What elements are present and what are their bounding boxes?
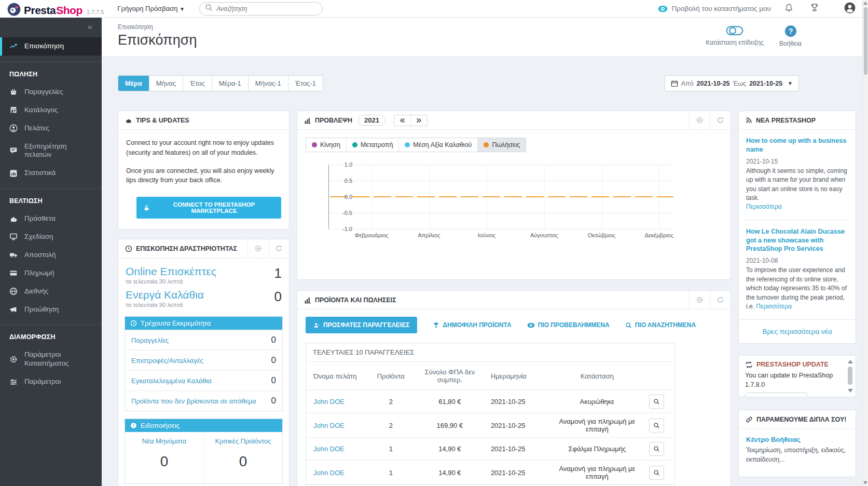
sidebar-item-payment[interactable]: Πληρωμή	[0, 264, 102, 282]
new-messages-link[interactable]: Νέα Μηνύματα	[127, 437, 201, 445]
sidebar-item-stats[interactable]: Στατιστικά	[0, 164, 102, 182]
order-date: 2021-10-25	[487, 390, 549, 413]
legend-cart-value[interactable]: Μέση Αξία Καλαθιού	[398, 138, 477, 152]
notifications-box: ! Ειδοποιήσεις Νέα Μηνύματα 0 Κριτικές Π…	[125, 419, 283, 484]
quick-access-dropdown[interactable]: Γρήγορη Πρόσβαση ▼	[117, 5, 185, 12]
sidebar-item-label: Πληρωμή	[24, 269, 54, 278]
help-button[interactable]: ? Βοήθεια	[779, 25, 802, 47]
sidebar-item-catalog[interactable]: Κατάλογος	[0, 101, 102, 119]
sidebar-item-marketing[interactable]: Προώθηση	[0, 301, 102, 319]
help-center-link[interactable]: Κέντρο Βοήθειας	[746, 436, 848, 443]
sidebar-item-design[interactable]: Σχεδίαση	[0, 228, 102, 246]
sidebar-item-label: Παραγγελίες	[24, 88, 63, 97]
order-details-button[interactable]	[649, 395, 664, 409]
news-article-link[interactable]: How to come up with a business name	[746, 137, 848, 154]
customer-link[interactable]: John DOE	[313, 445, 345, 453]
legend-traffic[interactable]: Κίνηση	[306, 138, 346, 152]
settings-gear-icon[interactable]	[247, 239, 268, 258]
sidebar-item-customer-service[interactable]: Εξυπηρέτηση πελατών	[0, 138, 102, 165]
customer-link[interactable]: John DOE	[313, 469, 345, 477]
scroll-down-arrow[interactable]	[863, 481, 867, 484]
read-more-link[interactable]: Περισσότερα	[746, 203, 782, 210]
view-shop-link[interactable]: Προβολή του καταστήματος μου	[658, 5, 771, 12]
range-button-day[interactable]: Μέρα	[118, 76, 149, 91]
settings-gear-icon[interactable]	[689, 111, 710, 129]
clock-icon	[125, 245, 132, 252]
sidebar-item-orders[interactable]: Παραγγελίες	[0, 83, 102, 101]
range-button-month-1[interactable]: Μήνας-1	[248, 76, 288, 91]
tab-most-searched[interactable]: ΠΙΟ ΑΝΑΖΗΤΗΜΕΝΑ	[625, 321, 696, 329]
user-avatar[interactable]	[844, 2, 856, 16]
forecast-year-badge: 2021	[358, 115, 385, 126]
order-details-button[interactable]	[649, 419, 664, 433]
globe-icon	[9, 287, 18, 295]
pending-link[interactable]: Παραγγελίες	[131, 336, 169, 344]
sidebar-item-shop-parameters[interactable]: Παράμετροι Καταστήματος	[0, 346, 88, 373]
more-news-link[interactable]: Βρες περισσότερα νέα	[762, 328, 832, 335]
range-button-month[interactable]: Μήνας	[149, 76, 183, 91]
refresh-icon[interactable]	[710, 111, 731, 129]
customer-link[interactable]: John DOE	[313, 398, 345, 406]
order-row: John DOE 1 14,90 € 2021-10-25 Σφάλμα Πλη…	[306, 438, 674, 461]
order-status: Αναμονή για πληρωμή με επιταγή	[549, 461, 645, 485]
sidebar-item-modules[interactable]: Πρόσθετα	[0, 210, 102, 228]
search-box[interactable]	[199, 2, 323, 16]
refresh-icon[interactable]	[268, 239, 289, 258]
sidebar-item-label: Πελάτες	[24, 124, 49, 133]
sidebar-collapse-button[interactable]: «	[0, 18, 102, 37]
settings-gear-icon[interactable]	[689, 291, 710, 309]
sidebar-item-customers[interactable]: Πελάτες	[0, 119, 102, 138]
scroll-up-arrow[interactable]	[848, 360, 853, 363]
read-more-link[interactable]: Περισσότερα	[756, 303, 792, 310]
sidebar-item-shipping[interactable]: Αποστολή	[0, 246, 102, 264]
order-details-button[interactable]	[649, 442, 664, 456]
online-visitors-link[interactable]: Online Επισκέπτες	[126, 265, 216, 278]
date-range-picker[interactable]: Από 2021-10-25 Έως 2021-10-25 ▼	[665, 75, 799, 91]
news-article-link[interactable]: How Le Chocolat Alain Ducasse got a new …	[746, 227, 848, 254]
sidebar-item-dashboard[interactable]: Επισκόπηση	[0, 37, 102, 56]
tab-recent-orders[interactable]: ΠΡΟΣΦΑΤΕΣ ΠΑΡΑΓΓΕΛΕΙΕΣ	[306, 317, 417, 333]
sidebar-item-label: Αποστολή	[24, 251, 56, 260]
pending-row-abandoned-carts: Εγκαταλελειμμένα Καλάθια 0	[125, 370, 282, 390]
legend-conversion[interactable]: Μετατροπή	[346, 138, 398, 152]
product-reviews-link[interactable]: Κριτικές Προϊόντος	[206, 437, 280, 445]
forecast-prev-button[interactable]	[394, 115, 410, 126]
update-button-partial[interactable]	[745, 393, 807, 397]
tab-best-sellers[interactable]: ΔΗΜΟΦΙΛΗ ΠΡΟΪΟΝΤΑ	[433, 321, 511, 329]
range-button-day-1[interactable]: Μέρα-1	[212, 76, 248, 91]
tab-most-viewed[interactable]: ΠΙΟ ΠΡΟΒΕΒΛΗΜΜΕΝΑ	[527, 321, 610, 329]
notifications-bell-icon[interactable]	[784, 3, 793, 15]
trophy-icon[interactable]	[810, 3, 819, 15]
sidebar-section-sell: ΠΩΛΗΣΗ	[0, 62, 102, 83]
forecast-next-button[interactable]	[410, 115, 427, 126]
demo-mode-toggle[interactable]: Κατάσταση επίδειξης	[706, 25, 764, 47]
range-button-year-1[interactable]: Έτος-1	[288, 76, 323, 91]
active-carts-link[interactable]: Ενεργά Καλάθια	[126, 289, 204, 301]
puzzle-icon	[9, 215, 18, 223]
prestashop-logo[interactable]: PrestaShop 1.7.7.5	[0, 1, 104, 17]
panel-scrollbar[interactable]	[847, 360, 854, 393]
pending-link[interactable]: Προϊόντα που δεν βρίσκονται σε απόθεμα	[131, 397, 256, 405]
sidebar-item-label: Προώθηση	[24, 305, 59, 314]
legend-sales[interactable]: Πωλήσεις	[477, 138, 526, 152]
pending-link[interactable]: Επιστροφές/Ανταλλαγές	[131, 357, 203, 365]
page-scrollbar[interactable]	[862, 0, 868, 486]
search-input[interactable]	[216, 5, 305, 12]
person-pencil-icon	[313, 322, 320, 329]
sidebar-item-international[interactable]: Διεθνής	[0, 282, 102, 301]
scroll-up-arrow[interactable]	[863, 2, 867, 5]
scroll-thumb[interactable]	[864, 7, 867, 75]
refresh-icon[interactable]	[710, 291, 731, 309]
col-customer: Όνομα πελάτη	[306, 362, 369, 390]
customer-link[interactable]: John DOE	[313, 422, 345, 429]
connect-marketplace-button[interactable]: CONNECT TO PRESTASHOP MARKETPLACE	[136, 197, 281, 219]
scroll-down-arrow[interactable]	[848, 389, 853, 393]
logo-text-presta: Presta	[24, 4, 56, 17]
scroll-thumb[interactable]	[848, 367, 852, 385]
pending-link[interactable]: Εγκαταλελειμμένα Καλάθια	[131, 377, 212, 385]
range-button-year[interactable]: Έτος	[183, 76, 212, 91]
products-tabs: ΠΡΟΣΦΑΤΕΣ ΠΑΡΑΓΓΕΛΕΙΕΣ ΔΗΜΟΦΙΛΗ ΠΡΟΪΟΝΤΑ	[297, 309, 731, 340]
news-article-text: Although it seems so simple, coming up w…	[746, 167, 848, 212]
order-details-button[interactable]	[649, 466, 664, 480]
sidebar-item-advanced-parameters[interactable]: Παράμετροι	[0, 373, 102, 391]
